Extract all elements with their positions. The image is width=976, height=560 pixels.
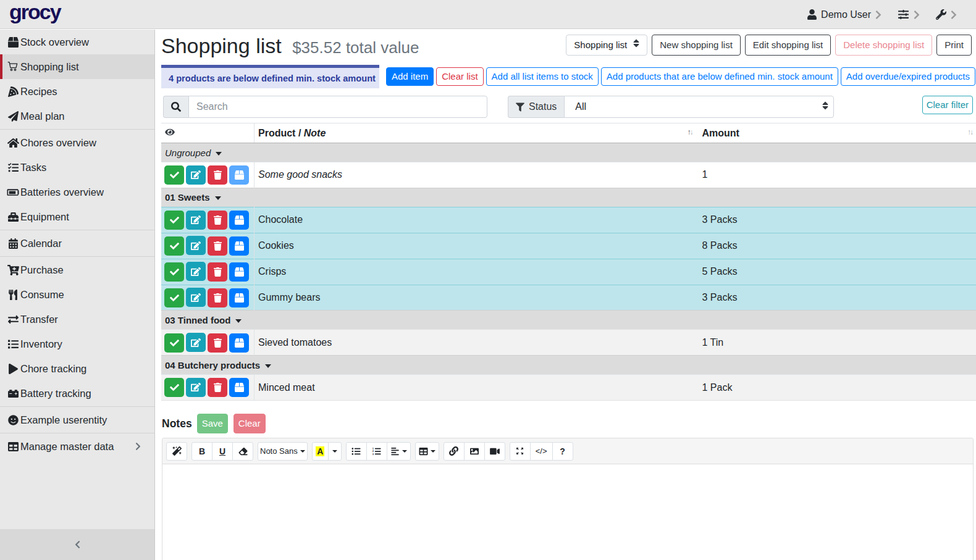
svg-text:3: 3 [372,452,374,455]
svg-text:2: 2 [372,449,374,453]
svg-text:1: 1 [372,447,374,450]
